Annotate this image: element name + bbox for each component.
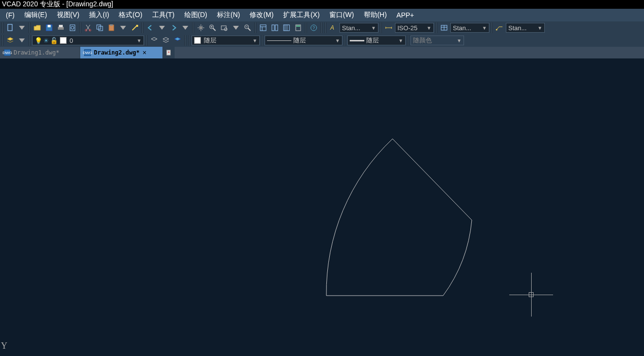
new-tab-button[interactable] (163, 47, 175, 58)
table-style-dropdown[interactable]: Stan... ▼ (450, 23, 489, 33)
zoom-window-button[interactable] (219, 22, 230, 33)
color-swatch (194, 37, 201, 44)
calculator-button[interactable] (293, 22, 304, 33)
tab-drawing1[interactable]: DWG Drawing1.dwg* (0, 47, 80, 58)
svg-point-8 (89, 29, 91, 31)
text-style-dropdown[interactable]: Stan... ▼ (340, 23, 378, 33)
menu-ext-tools[interactable]: 扩展工具(X) (278, 10, 324, 20)
dwg-icon: DWG (84, 49, 91, 56)
sun-icon: ☀ (43, 37, 49, 44)
menu-window[interactable]: 窗口(W) (324, 10, 359, 20)
plotstyle-dropdown[interactable]: 随颜色 ▼ (411, 36, 464, 45)
svg-rect-2 (48, 25, 51, 27)
menu-tools[interactable]: 工具(T) (147, 10, 179, 20)
dwg-icon: DWG (4, 49, 11, 56)
tool-palette-button[interactable] (281, 22, 292, 33)
separator (192, 22, 194, 33)
open-button[interactable] (32, 22, 43, 33)
chevron-down-icon: ▼ (537, 25, 542, 31)
drawing-canvas[interactable]: Y (0, 58, 644, 356)
menu-dim[interactable]: 标注(N) (212, 10, 245, 20)
pan-button[interactable] (196, 22, 206, 33)
menu-help[interactable]: 帮助(H) (359, 10, 392, 20)
layer-match-button[interactable] (172, 35, 183, 46)
color-dropdown[interactable]: 随层 ▼ (192, 36, 260, 45)
title-bar: VCAD 2020 专业版 - [Drawing2.dwg] (0, 0, 644, 9)
svg-text:?: ? (312, 25, 315, 30)
menu-modify[interactable]: 修改(M) (245, 10, 278, 20)
menu-insert[interactable]: 插入(I) (84, 10, 114, 20)
svg-point-7 (85, 29, 87, 31)
svg-rect-21 (275, 25, 278, 31)
separator (261, 35, 263, 46)
menu-format[interactable]: 格式(O) (114, 10, 147, 20)
print-button[interactable] (55, 22, 66, 33)
tab-drawing2[interactable]: DWG Drawing2.dwg* × (80, 47, 163, 58)
lineweight-dropdown[interactable]: 随层 ▼ (347, 36, 406, 45)
table-style-icon[interactable] (439, 22, 449, 33)
dim-style-dropdown[interactable]: ISO-25 ▼ (395, 23, 434, 33)
copy-button[interactable] (94, 22, 105, 33)
menu-app[interactable]: APP+ (392, 10, 419, 20)
paste-button[interactable] (106, 22, 117, 33)
menu-view[interactable]: 视图(V) (52, 10, 85, 20)
menu-draw[interactable]: 绘图(D) (179, 10, 212, 20)
layer-dropdown-btn[interactable] (17, 35, 27, 46)
mleader-style-icon[interactable] (494, 22, 505, 33)
menu-edit[interactable]: 编辑(E) (19, 10, 52, 20)
undo-dropdown[interactable] (157, 22, 167, 33)
redo-dropdown[interactable] (180, 22, 191, 33)
separator (407, 35, 409, 46)
properties-button[interactable] (258, 22, 268, 33)
svg-point-14 (199, 26, 202, 29)
layer-dropdown[interactable]: 💡 ☀ 🔓 0 ▼ (32, 36, 144, 45)
menu-file[interactable]: (F) (1, 10, 19, 20)
toolbar-standard: ? A Stan... ▼ ISO-25 ▼ Stan... ▼ Stan...… (0, 21, 644, 34)
save-button[interactable] (44, 22, 54, 33)
svg-rect-0 (8, 24, 12, 31)
design-center-button[interactable] (269, 22, 280, 33)
layer-previous-button[interactable] (149, 35, 160, 46)
separator (324, 22, 326, 33)
layer-name: 0 (70, 37, 136, 44)
layer-states-button[interactable] (161, 35, 171, 46)
help-button[interactable]: ? (308, 22, 319, 33)
preview-button[interactable] (67, 22, 78, 33)
redo-button[interactable] (168, 22, 179, 33)
separator (188, 35, 190, 46)
zoom-realtime-button[interactable] (207, 22, 218, 33)
dim-style-icon[interactable] (383, 22, 394, 33)
separator (29, 35, 31, 46)
separator (142, 22, 143, 33)
layer-manager-button[interactable] (5, 35, 16, 46)
cut-button[interactable] (83, 22, 93, 33)
lock-icon: 🔓 (50, 37, 58, 44)
chevron-down-icon: ▼ (457, 38, 462, 43)
toolbar-layers: 💡 ☀ 🔓 0 ▼ 随层 ▼ 随层 ▼ 随层 ▼ 随颜色 ▼ (0, 34, 644, 47)
linetype-dropdown[interactable]: 随层 ▼ (265, 36, 342, 45)
separator (1, 35, 3, 46)
separator (145, 35, 147, 46)
chevron-down-icon: ▼ (335, 38, 340, 43)
text-style-icon[interactable]: A (328, 22, 339, 33)
match-properties-button[interactable] (129, 22, 140, 33)
dim-style-value: ISO-25 (397, 24, 426, 32)
close-icon[interactable]: × (143, 49, 146, 56)
tab-label: Drawing2.dwg* (94, 49, 140, 56)
zoom-dropdown[interactable] (231, 22, 241, 33)
paste-dropdown[interactable] (118, 22, 128, 33)
plotstyle-value: 随颜色 (413, 36, 456, 45)
color-value: 随层 (204, 36, 251, 45)
chevron-down-icon: ▼ (137, 38, 142, 43)
undo-button[interactable] (145, 22, 156, 33)
table-style-value: Stan... (453, 24, 481, 32)
mleader-style-dropdown[interactable]: Stan... ▼ (506, 23, 545, 33)
new-dropdown[interactable] (17, 22, 27, 33)
zoom-previous-button[interactable] (242, 22, 253, 33)
chevron-down-icon: ▼ (427, 25, 431, 31)
ucs-y-axis: Y (1, 341, 7, 351)
svg-rect-13 (136, 25, 138, 27)
svg-point-17 (224, 28, 227, 31)
separator (491, 22, 493, 33)
new-button[interactable] (5, 22, 16, 33)
